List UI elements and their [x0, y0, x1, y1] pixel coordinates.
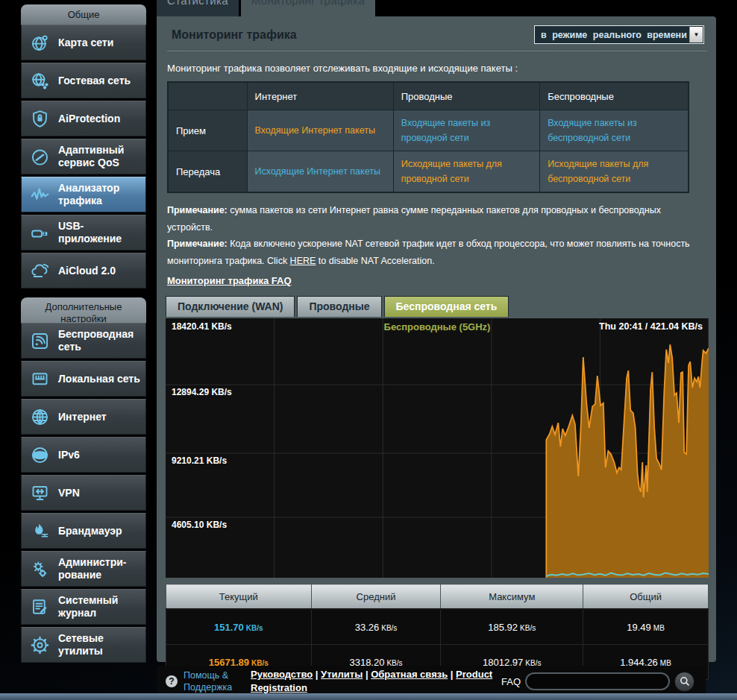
matrix-cell: Входящие пакеты из беспроводной сети [540, 110, 689, 151]
matrix-cell: Исходящие пакеты для проводной сети [393, 151, 539, 193]
stats-cell: 151.70KB/s [166, 609, 312, 645]
sidebar-section-header: Общие [21, 4, 146, 25]
sidebar-item-label: Гостевая сеть [58, 75, 131, 87]
footer-bar: ? Помощь & Поддержка Руководство | Утили… [157, 666, 706, 697]
stats-header-cell: Текущий [166, 584, 312, 610]
sidebar-item-admin[interactable]: Администри- рование [21, 551, 146, 587]
sidebar-item-label: Брандмауэр [58, 525, 122, 537]
cloud-icon [27, 259, 52, 282]
chevron-down-icon[interactable]: ▼ [689, 27, 703, 42]
y-axis-label: 4605.10 KB/s [172, 520, 227, 530]
admin-icon [27, 558, 52, 580]
sidebar-item-ipv6[interactable]: IPv6IPv6 [21, 437, 146, 473]
bottom-accent-strip [0, 693, 737, 700]
sidebar-item-label: Адаптивный сервис QoS [58, 144, 141, 169]
sidebar-item-label: Карта сети [58, 37, 113, 49]
top-tab-bar: СтатистикаМониторинг трафика [157, 0, 375, 16]
stats-header-cell: Общий [583, 584, 709, 610]
tab-statistics[interactable]: Статистика [157, 0, 239, 16]
matrix-cell: Исходящие Интернет пакеты [247, 151, 393, 193]
help-support-label[interactable]: Помощь & Поддержка [184, 669, 245, 694]
sidebar-item-guest-network[interactable]: Гостевая сеть [21, 63, 146, 98]
syslog-icon [27, 596, 52, 618]
ipv6-icon: IPv6 [27, 444, 52, 466]
matrix-header-cell: Проводные [393, 82, 539, 110]
search-icon [679, 675, 691, 687]
sidebar-item-globe[interactable]: Интернет [21, 399, 146, 435]
note: Примечание: Кода включено ускорение NAT … [167, 236, 694, 269]
traffic-chart: 18420.41 KB/s12894.29 KB/s9210.21 KB/s46… [166, 318, 709, 578]
sidebar-item-label: Сетевые утилиты [58, 632, 141, 658]
title-divider [167, 51, 707, 52]
sidebar-item-label: VPN [58, 487, 80, 499]
guest-network-icon [27, 69, 52, 92]
sidebar-item-usb[interactable]: USB-приложение [21, 215, 146, 250]
sidebar-item-network-map[interactable]: Карта сети [21, 25, 146, 60]
chart-tab-wan[interactable]: Подключение (WAN) [166, 296, 295, 317]
sidebar-item-gauge[interactable]: Адаптивный сервис QoS [21, 139, 146, 174]
footer-link[interactable]: Руководство [251, 669, 313, 680]
sidebar-section: ОбщиеКарта сетиГостевая сетьAiProtection… [21, 4, 146, 288]
top-tab-label: Статистика [167, 0, 228, 8]
matrix-row-label: Прием [168, 110, 247, 151]
sidebar-item-label: Анализатор трафика [58, 182, 141, 207]
matrix-header-cell: Беспроводные [540, 82, 689, 110]
page-title: Мониторинг трафика [172, 28, 297, 42]
sidebar-item-cloud[interactable]: AiCloud 2.0 [21, 253, 146, 288]
stats-cell: 33.26KB/s [311, 609, 441, 645]
sidebar-item-shield[interactable]: AiProtection [21, 101, 146, 136]
faq-search-input[interactable] [527, 676, 668, 687]
sidebar-item-lan[interactable]: Локальная сеть [21, 361, 146, 397]
top-tab-label: Мониторинг трафика [251, 0, 365, 8]
sidebar-item-label: USB-приложение [58, 220, 141, 245]
sidebar-item-waveform[interactable]: Анализатор трафика [21, 177, 146, 212]
mode-select-value: в режиме реального времени [535, 30, 689, 40]
intro-text: Мониторинг трафика позволяет отслеживать… [167, 63, 709, 74]
sidebar-item-wireless[interactable]: Беспроводная сеть [21, 323, 146, 359]
matrix-cell: Входящие Интернет пакеты [247, 110, 393, 151]
matrix-header-cell [168, 82, 247, 110]
vpn-icon [27, 482, 52, 504]
sidebar-item-vpn[interactable]: VPN [21, 475, 146, 511]
help-icon[interactable]: ? [166, 675, 178, 687]
chart-canvas [166, 318, 709, 578]
sidebar-item-firewall[interactable]: Брандмауэр [21, 513, 146, 549]
sidebar-item-list: Карта сетиГостевая сетьAiProtectionАдапт… [21, 25, 146, 288]
sidebar-item-syslog[interactable]: Системный журнал [21, 589, 146, 625]
matrix-cell: Входящие пакеты из проводной сети [393, 110, 539, 151]
sidebar-item-label: Беспроводная сеть [58, 328, 141, 353]
chart-tab-bar: Подключение (WAN)ПроводныеБеспроводная с… [166, 296, 709, 317]
disable-nat-link[interactable]: HERE [290, 256, 316, 266]
shield-icon [27, 107, 52, 130]
usb-icon [27, 221, 52, 244]
gauge-icon [27, 145, 52, 168]
network-map-icon [27, 31, 52, 54]
faq-label: FAQ [501, 676, 521, 687]
mode-select[interactable]: в режиме реального времени ▼ [534, 25, 704, 44]
y-axis-label: 9210.21 KB/s [172, 455, 227, 466]
sidebar-item-label: AiProtection [58, 113, 120, 125]
waveform-icon [27, 183, 52, 206]
wireless-icon [27, 329, 52, 352]
traffic-monitor-faq-link[interactable]: Мониторинг трафика FAQ [167, 275, 292, 286]
stats-cell: 19.49MB [583, 609, 709, 645]
search-button[interactable] [674, 672, 694, 692]
stats-header-cell: Средний [311, 584, 441, 610]
matrix-row: ПриемВходящие Интернет пакетыВходящие па… [168, 110, 689, 151]
chart-timestamp: Thu 20:41 / 421.04 KB/s [599, 321, 703, 332]
matrix-header-cell: Интернет [247, 82, 393, 110]
faq-search-box[interactable] [525, 672, 670, 690]
footer-link[interactable]: Обратная связь [371, 669, 448, 680]
chart-tab-wired[interactable]: Проводные [297, 296, 381, 317]
packet-matrix-table: ИнтернетПроводныеБеспроводныеПриемВходящ… [167, 81, 689, 193]
svg-text:IPv6: IPv6 [34, 452, 45, 458]
chart-tab-wireless[interactable]: Беспроводная сеть [384, 296, 509, 317]
sidebar-item-tools[interactable]: Сетевые утилиты [21, 627, 146, 663]
sidebar-item-label: Интернет [58, 411, 107, 423]
sidebar-item-label: Системный журнал [58, 594, 141, 619]
stats-cell: 185.92KB/s [441, 609, 583, 645]
footer-link[interactable]: Утилиты [321, 669, 363, 680]
tab-traffic-monitor[interactable]: Мониторинг трафика [241, 0, 375, 16]
main-panel: Мониторинг трафика в режиме реального вр… [157, 16, 716, 662]
sidebar-section: Дополнительные настройкиБеспроводная сет… [21, 297, 146, 663]
